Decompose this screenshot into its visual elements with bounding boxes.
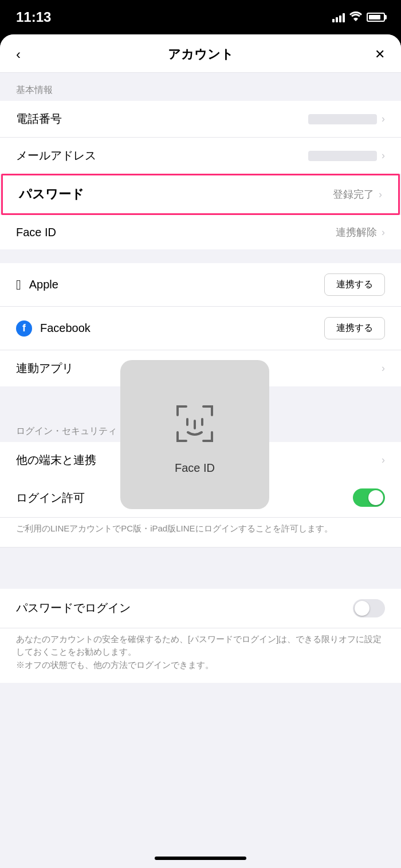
back-button[interactable]: ‹ — [16, 46, 37, 62]
faceid-status: 連携解除 — [336, 225, 377, 239]
phone-chevron: › — [382, 113, 385, 125]
faceid-value: 連携解除 › — [336, 225, 385, 239]
email-value: › — [308, 150, 385, 162]
signal-icon — [332, 12, 345, 22]
faceid-row[interactable]: Face ID 連携解除 › — [0, 215, 401, 249]
other-devices-chevron: › — [382, 454, 385, 466]
password-login-label: パスワードでログイン — [16, 600, 131, 616]
apple-left:  Apple — [16, 277, 58, 293]
password-row[interactable]: パスワード 登録完了 › — [1, 174, 400, 215]
face-id-icon — [166, 395, 223, 452]
password-login-desc: あなたのアカウントの安全を確保するため、[パスワードでログイン]は、できる限りオ… — [0, 628, 401, 683]
password-label: パスワード — [19, 186, 84, 203]
password-login-toggle[interactable] — [353, 599, 385, 617]
basic-info-group: 電話番号 › メールアドレス › — [0, 101, 401, 174]
facebook-icon: f — [16, 320, 32, 337]
apple-icon:  — [16, 277, 21, 293]
login-permission-toggle[interactable] — [353, 488, 385, 507]
faceid-chevron: › — [382, 226, 385, 238]
face-id-overlay: Face ID — [120, 360, 269, 509]
email-label: メールアドレス — [16, 148, 96, 163]
phone-value: › — [308, 113, 385, 125]
toggle-thumb — [368, 490, 383, 505]
linked-apps-chevron: › — [382, 362, 385, 374]
facebook-connect-button[interactable]: 連携する — [324, 317, 385, 339]
status-icons — [332, 11, 385, 24]
status-bar: 11:13 — [0, 0, 401, 34]
apple-label: Apple — [29, 278, 58, 291]
facebook-label: Facebook — [40, 322, 91, 335]
login-permission-desc: ご利用のLINEアカウントでPC版・iPad版LINEにログインすることを許可し… — [0, 518, 401, 548]
wifi-icon — [349, 11, 362, 24]
faceid-label: Face ID — [16, 226, 56, 239]
nav-header: ‹ アカウント ✕ — [0, 34, 401, 73]
linked-apps-label: 連動アプリ — [16, 361, 73, 376]
password-value: 登録完了 › — [333, 187, 382, 201]
faceid-group: Face ID 連携解除 › — [0, 215, 401, 249]
apple-connect-button[interactable]: 連携する — [324, 273, 385, 296]
password-login-row: パスワードでログイン — [0, 589, 401, 628]
other-devices-label: 他の端末と連携 — [16, 452, 96, 468]
password-chevron: › — [379, 189, 382, 201]
face-id-overlay-label: Face ID — [175, 462, 215, 475]
battery-icon — [367, 13, 385, 22]
linked-apps-value: › — [382, 362, 385, 374]
close-button[interactable]: ✕ — [364, 47, 385, 62]
email-chevron: › — [382, 150, 385, 162]
phone-label: 電話番号 — [16, 111, 62, 127]
email-row[interactable]: メールアドレス › — [0, 138, 401, 174]
phone-row[interactable]: 電話番号 › — [0, 101, 401, 138]
apple-row:  Apple 連携する — [0, 263, 401, 307]
password-status: 登録完了 — [333, 187, 374, 201]
home-indicator — [155, 857, 246, 860]
other-devices-value: › — [382, 454, 385, 466]
facebook-left: f Facebook — [16, 320, 91, 337]
pwd-toggle-thumb — [355, 601, 369, 616]
facebook-row: f Facebook 連携する — [0, 307, 401, 350]
basic-info-label: 基本情報 — [0, 73, 401, 101]
login-permission-label: ログイン許可 — [16, 490, 85, 506]
page-title: アカウント — [168, 46, 234, 63]
status-time: 11:13 — [16, 9, 51, 25]
